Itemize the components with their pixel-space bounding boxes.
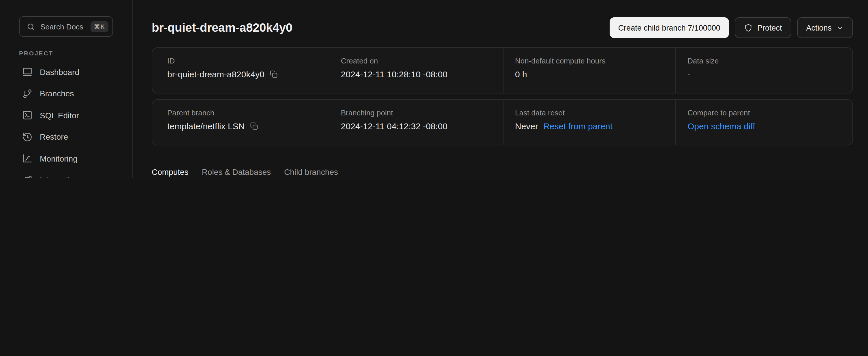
search-label: Search Docs	[40, 22, 85, 31]
sidebar-item-label: Integrations	[40, 176, 82, 178]
sidebar-item-branches[interactable]: Branches	[0, 83, 132, 105]
tab-computes[interactable]: Computes	[152, 167, 189, 178]
create-child-branch-button[interactable]: Create child branch 7/100000	[610, 17, 729, 38]
chevron-down-icon	[836, 24, 844, 31]
sidebar-item-label: SQL Editor	[40, 111, 79, 120]
sidebar-item-label: Restore	[40, 132, 68, 142]
reset-from-parent-link[interactable]: Reset from parent	[543, 121, 613, 131]
branch-title: br-quiet-dream-a820k4y0	[152, 21, 292, 35]
sidebar-item-monitoring[interactable]: Monitoring	[0, 148, 132, 169]
protect-button[interactable]: Protect	[735, 17, 791, 38]
search-shortcut-badge: ⌘K	[90, 21, 108, 32]
info-cell-compute-hours: Non-default compute hours 0 h	[503, 48, 675, 93]
sidebar-item-sql-editor[interactable]: SQL Editor	[0, 105, 132, 126]
info-cell-id: ID br-quiet-dream-a820k4y0	[152, 48, 329, 93]
sidebar-item-dashboard[interactable]: Dashboard	[0, 61, 132, 83]
app-root: Search Docs ⌘K PROJECT Dashboard Branche…	[0, 0, 868, 178]
branch-parent-card: Parent branch template/netflix LSN Branc…	[152, 99, 853, 145]
sidebar-item-integrations[interactable]: Integrations	[0, 169, 132, 178]
sidebar-item-label: Dashboard	[40, 67, 79, 77]
page-header: br-quiet-dream-a820k4y0 Create child bra…	[152, 17, 853, 38]
copy-icon[interactable]	[270, 70, 278, 79]
history-icon	[22, 131, 33, 143]
shield-icon	[744, 23, 753, 32]
route-icon	[22, 175, 33, 178]
tab-child-branches[interactable]: Child branches	[284, 167, 338, 178]
git-branch-icon	[22, 88, 33, 99]
copy-icon[interactable]	[250, 122, 258, 130]
branch-info-card: ID br-quiet-dream-a820k4y0 Created on 20…	[152, 47, 853, 93]
sidebar-item-label: Branches	[40, 89, 74, 98]
main-content: br-quiet-dream-a820k4y0 Create child bra…	[133, 0, 868, 178]
info-cell-data-size: Data size -	[675, 48, 852, 93]
sidebar: Search Docs ⌘K PROJECT Dashboard Branche…	[0, 0, 133, 178]
terminal-icon	[22, 110, 33, 121]
search-icon	[27, 22, 35, 31]
branch-tabs: Computes Roles & Databases Child branche…	[152, 167, 853, 178]
search-docs-button[interactable]: Search Docs ⌘K	[19, 16, 113, 37]
chart-icon	[22, 153, 33, 164]
open-schema-diff-link[interactable]: Open schema diff	[687, 121, 755, 131]
info-cell-compare-to-parent: Compare to parent Open schema diff	[675, 100, 852, 145]
info-cell-branching-point: Branching point 2024-12-11 04:12:32 -08:…	[329, 100, 503, 145]
actions-button[interactable]: Actions	[797, 17, 853, 38]
sidebar-item-restore[interactable]: Restore	[0, 126, 132, 148]
sidebar-item-label: Monitoring	[40, 154, 78, 163]
sidebar-section-project: PROJECT	[19, 50, 132, 57]
header-actions: Create child branch 7/100000 Protect Act…	[610, 17, 853, 38]
info-cell-last-data-reset: Last data reset Never Reset from parent	[503, 100, 675, 145]
info-cell-created-on: Created on 2024-12-11 10:28:10 -08:00	[329, 48, 503, 93]
info-cell-parent-branch: Parent branch template/netflix LSN	[152, 100, 329, 145]
tab-roles-databases[interactable]: Roles & Databases	[202, 167, 271, 178]
dashboard-icon	[22, 67, 33, 78]
